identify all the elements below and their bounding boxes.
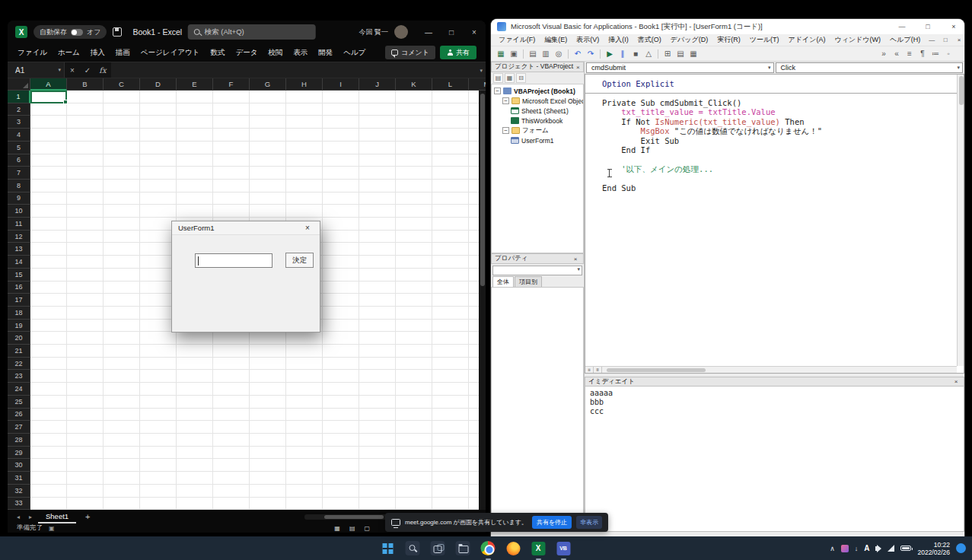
cell-I28[interactable] [323,434,359,447]
cell-F20[interactable] [213,332,250,345]
cell-M25[interactable] [469,396,479,409]
cell-C5[interactable] [104,142,140,154]
cell-K25[interactable] [396,396,432,409]
row-header-2[interactable]: 2 [8,103,30,116]
cell-H1[interactable] [286,91,323,103]
cell-I4[interactable] [323,129,359,142]
cell-G1[interactable] [250,91,286,103]
list-properties-icon[interactable]: ≔ [929,48,942,60]
cell-G32[interactable] [250,485,286,498]
stop-sharing-button[interactable]: 共有を停止 [532,516,572,529]
cell-M1[interactable] [469,91,479,103]
child-restore-button[interactable]: □ [939,37,952,43]
tree-expander-icon[interactable]: − [494,88,501,94]
cell-B10[interactable] [67,205,104,218]
cell-I31[interactable] [323,472,359,485]
code-line-4[interactable]: txt_title_value = txtTitle.Value [602,107,953,117]
file-explorer-icon[interactable] [453,539,473,558]
cell-A23[interactable] [30,370,67,383]
cell-I12[interactable] [323,231,359,243]
cell-M14[interactable] [469,256,479,269]
cell-B4[interactable] [67,129,104,142]
vbe-icon[interactable] [553,539,573,558]
cell-K21[interactable] [396,345,432,358]
cell-D2[interactable] [140,103,177,116]
scrollbar-thumb[interactable] [480,94,485,286]
cell-K19[interactable] [396,320,432,332]
row-header-8[interactable]: 8 [8,180,30,192]
row-header-1[interactable]: 1 [8,91,30,103]
cell-M20[interactable] [469,332,479,345]
ribbon-tab-11[interactable]: ヘルプ [338,43,371,62]
cell-E23[interactable] [177,370,213,383]
cell-I8[interactable] [323,180,359,192]
cell-H4[interactable] [286,129,323,142]
excel-view-icon[interactable]: ▦ [495,48,507,60]
scrollbar-thumb[interactable] [607,368,706,372]
cell-A2[interactable] [30,103,67,116]
tray-app-icon[interactable] [841,545,849,552]
cell-D26[interactable] [140,409,177,422]
cell-L26[interactable] [432,409,469,422]
cell-E20[interactable] [177,332,213,345]
close-icon[interactable]: × [573,64,582,71]
column-header-M[interactable]: M [469,78,486,91]
cell-H31[interactable] [286,472,323,485]
properties-tab-1[interactable]: 全体 [492,276,514,287]
redo-icon[interactable]: ↷ [585,48,597,60]
close-icon[interactable]: × [951,378,961,385]
properties-object-dropdown[interactable] [492,266,582,275]
cell-L1[interactable] [432,91,469,103]
cell-I22[interactable] [323,358,359,371]
cell-E9[interactable] [177,192,213,205]
cell-H20[interactable] [286,332,323,345]
cell-J4[interactable] [359,129,396,142]
cell-L4[interactable] [432,129,469,142]
cell-I17[interactable] [323,294,359,307]
page-break-view-icon[interactable]: ▢ [364,525,370,532]
cell-D7[interactable] [140,167,177,180]
menu-item-10[interactable]: ウィンドウ(W) [830,35,885,45]
cell-F29[interactable] [213,447,250,460]
maximize-button[interactable]: □ [917,19,939,34]
cell-D21[interactable] [140,345,177,358]
immediate-lines[interactable]: aaaaabbbccc [585,387,964,532]
toggle-folders-icon[interactable]: ⊟ [516,73,526,83]
cell-C13[interactable] [104,243,140,256]
cell-I5[interactable] [323,142,359,154]
cell-M32[interactable] [469,485,479,498]
cell-K32[interactable] [396,485,432,498]
cell-M9[interactable] [469,192,479,205]
cell-A3[interactable] [30,116,67,129]
cell-K3[interactable] [396,116,432,129]
ribbon-tab-8[interactable]: 校閲 [263,43,288,62]
cell-B20[interactable] [67,332,104,345]
cell-C26[interactable] [104,409,140,422]
cell-B33[interactable] [67,498,104,511]
cell-H9[interactable] [286,192,323,205]
cell-H3[interactable] [286,116,323,129]
cell-M8[interactable] [469,180,479,192]
cell-J32[interactable] [359,485,396,498]
cell-F30[interactable] [213,459,250,472]
start-icon[interactable] [378,539,397,558]
cell-J27[interactable] [359,421,396,434]
cell-L12[interactable] [432,231,469,243]
cell-D1[interactable] [140,91,177,103]
cell-D6[interactable] [140,154,177,167]
cell-K7[interactable] [396,167,432,180]
column-header-L[interactable]: L [432,78,469,91]
cell-I7[interactable] [323,167,359,180]
cell-M29[interactable] [469,447,479,460]
cell-K30[interactable] [396,459,432,472]
cell-G29[interactable] [250,447,286,460]
cell-M4[interactable] [469,129,479,142]
code-line-3[interactable]: Private Sub cmdSubmit_Click() [602,98,953,108]
notification-badge[interactable] [956,543,966,553]
cell-B26[interactable] [67,409,104,422]
cell-G3[interactable] [250,116,286,129]
cell-C18[interactable] [104,307,140,320]
cell-B8[interactable] [67,180,104,192]
cell-E2[interactable] [177,103,213,116]
cell-I13[interactable] [323,243,359,256]
